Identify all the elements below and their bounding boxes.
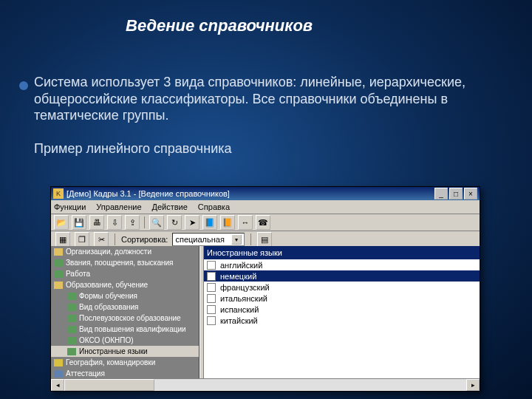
menu-help[interactable]: Справка: [198, 202, 230, 211]
tree-item[interactable]: Звания, поощрения, взыскания: [51, 257, 199, 268]
checkbox-icon[interactable]: [207, 283, 216, 292]
tree-item[interactable]: Послевузовское образование: [51, 313, 199, 324]
toolbar-separator-3: [250, 233, 251, 245]
tb-save-icon[interactable]: 💾: [72, 215, 86, 230]
tree-item[interactable]: Вид образования: [51, 301, 199, 313]
checkbox-icon[interactable]: [207, 294, 216, 303]
tb-phone-icon[interactable]: ☎: [256, 215, 270, 230]
presentation-slide: Ведение справочников Система использует …: [0, 0, 532, 399]
menu-bar: Функции Управление Действие Справка: [51, 200, 480, 214]
scroll-thumb[interactable]: [64, 379, 154, 391]
tree-item-label: Работа: [66, 270, 90, 278]
tb-extra-icon[interactable]: ▤: [257, 232, 272, 247]
tree-item-icon: [54, 259, 63, 267]
list-item[interactable]: английский: [204, 259, 480, 270]
tb-import-icon[interactable]: ⇩: [107, 215, 122, 230]
window-title: [Демо] Кадры 3.1 - [Ведение справочников…: [66, 189, 230, 198]
list-item-label: итальянский: [220, 294, 267, 303]
menu-action[interactable]: Действие: [152, 202, 188, 211]
list-item[interactable]: китайский: [204, 315, 480, 326]
scroll-left-icon[interactable]: ◂: [51, 379, 64, 391]
tb-book-icon[interactable]: 📘: [202, 215, 217, 230]
title-bar[interactable]: K [Демо] Кадры 3.1 - [Ведение справочник…: [51, 187, 480, 200]
tb-copy-icon[interactable]: ❐: [75, 232, 89, 247]
slide-body-text: Система использует 3 вида справочников: …: [34, 74, 499, 157]
tb-search-icon[interactable]: 🔍: [149, 215, 164, 230]
tb-folder-open-icon[interactable]: 📂: [54, 215, 69, 230]
work-area: Организации, должностиЗвания, поощрения,…: [51, 246, 480, 379]
tree-item[interactable]: Образование, обучение: [51, 279, 199, 290]
tb-print-icon[interactable]: 🖶: [89, 215, 104, 230]
tree-item[interactable]: Организации, должности: [51, 246, 199, 257]
tb-book2-icon[interactable]: 📙: [220, 215, 235, 230]
tree-item-label: ОКСО (ОКНПО): [79, 336, 134, 344]
tree-item[interactable]: Аттестация: [51, 368, 199, 379]
list-item-label: немецкий: [220, 272, 256, 281]
slide-paragraph-2: Пример линейного справочника: [34, 141, 232, 156]
horizontal-scrollbar[interactable]: ◂ ▸: [51, 378, 480, 391]
slide-paragraph-1: Система использует 3 вида справочников: …: [34, 75, 466, 123]
minimize-button[interactable]: _: [434, 188, 448, 200]
list-item-label: английский: [220, 261, 262, 270]
tb-refresh-icon[interactable]: ↻: [167, 215, 182, 230]
tb-export-icon[interactable]: ⇪: [125, 215, 140, 230]
tree-item-icon: [67, 337, 76, 344]
tree-item-icon: [54, 270, 63, 278]
list-item-label: китайский: [220, 316, 258, 325]
sort-combobox[interactable]: специальная ▾: [172, 233, 245, 246]
tree-item[interactable]: География, командировки: [51, 357, 199, 368]
tree-item-label: Аттестация: [66, 369, 105, 378]
tree-item-label: География, командировки: [66, 358, 155, 366]
tree-panel[interactable]: Организации, должностиЗвания, поощрения,…: [51, 246, 200, 379]
list-item[interactable]: итальянский: [204, 293, 480, 304]
tree-item[interactable]: Иностранные языки: [51, 346, 199, 357]
tree-item[interactable]: ОКСО (ОКНПО): [51, 335, 199, 346]
sort-value: специальная: [175, 235, 224, 244]
tree-item-label: Вид повышения квалификации: [79, 325, 186, 333]
tb-cut-icon[interactable]: ✂: [94, 232, 109, 247]
tb-nav-icon[interactable]: ↔: [238, 215, 253, 230]
maximize-button[interactable]: □: [449, 188, 463, 200]
tree-item-icon: [54, 359, 63, 366]
tree-item[interactable]: Формы обучения: [51, 290, 199, 301]
tree-item-icon: [67, 315, 76, 322]
list-panel: Иностранные языки английскийнемецкийфран…: [204, 246, 480, 379]
checkbox-icon[interactable]: [207, 272, 216, 281]
tree-item-label: Послевузовское образование: [79, 314, 181, 322]
tree-item-label: Вид образования: [79, 303, 139, 311]
list-item[interactable]: французский: [204, 282, 480, 293]
list-item[interactable]: испанский: [204, 304, 480, 315]
app-icon: K: [53, 188, 64, 199]
toolbar-1: 📂 💾 🖶 ⇩ ⇪ 🔍 ↻ ➤ 📘 📙 ↔ ☎: [51, 214, 480, 231]
menu-functions[interactable]: Функции: [54, 202, 86, 211]
list-item[interactable]: немецкий: [204, 270, 480, 282]
tree-item-icon: [54, 370, 63, 378]
tree-item[interactable]: Вид повышения квалификации: [51, 324, 199, 335]
tb-new-icon[interactable]: ▦: [55, 232, 70, 247]
chevron-down-icon: ▾: [231, 234, 242, 245]
list-item-label: испанский: [220, 305, 259, 314]
tree-item-label: Звания, поощрения, взыскания: [66, 259, 174, 267]
toolbar-separator: [144, 216, 145, 228]
tree-item-label: Иностранные языки: [79, 347, 148, 355]
menu-management[interactable]: Управление: [96, 202, 141, 211]
slide-title: Ведение справочников: [126, 16, 313, 35]
checkbox-icon[interactable]: [207, 261, 216, 270]
list-item-label: французский: [220, 283, 270, 292]
tree-item-label: Организации, должности: [66, 248, 151, 256]
scroll-track[interactable]: [64, 379, 466, 391]
tree-item-icon: [67, 348, 76, 355]
scroll-right-icon[interactable]: ▸: [466, 379, 480, 391]
tree-item-icon: [67, 293, 76, 300]
app-window: K [Демо] Кадры 3.1 - [Ведение справочник…: [50, 186, 480, 392]
toolbar-separator-2: [115, 233, 115, 245]
close-button[interactable]: ×: [464, 188, 477, 200]
list-body[interactable]: английскийнемецкийфранцузскийитальянский…: [204, 259, 480, 379]
tree-item[interactable]: Работа: [51, 268, 199, 279]
tb-arrow-icon[interactable]: ➤: [185, 215, 200, 230]
checkbox-icon[interactable]: [207, 316, 216, 325]
tree-item-icon: [67, 326, 76, 333]
tree-item-icon: [54, 248, 63, 256]
checkbox-icon[interactable]: [207, 305, 216, 314]
list-header: Иностранные языки: [204, 246, 480, 259]
